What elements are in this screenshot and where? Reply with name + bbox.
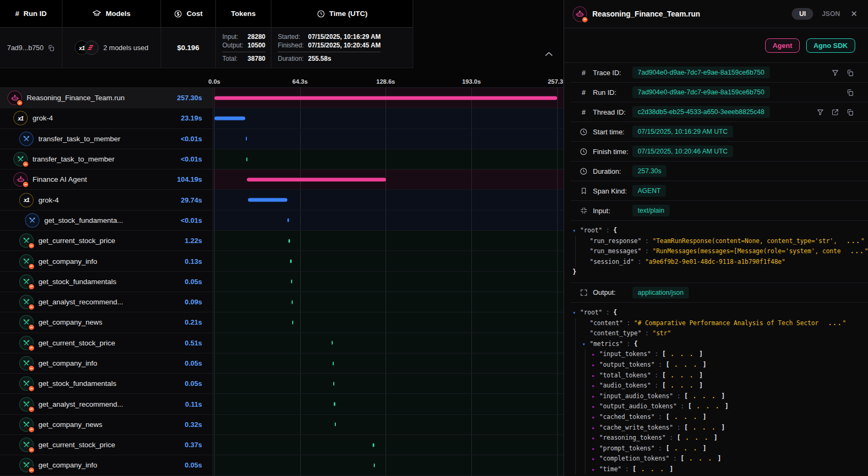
tool-icon	[13, 152, 28, 166]
copy-icon[interactable]	[846, 108, 854, 116]
col-models[interactable]: Models	[62, 0, 161, 27]
json-node-collapsed[interactable]: ▸"reasoning_tokens" : [ . . . ]	[592, 433, 868, 443]
span-name: transfer_task_to_member	[38, 135, 120, 143]
field-value-chip[interactable]: AGENT	[632, 185, 666, 197]
span-row[interactable]: get_current_stock_price 0.37s	[0, 435, 564, 455]
span-track	[213, 333, 564, 353]
json-node-collapsed[interactable]: ▸"output_audio_tokens" : [ . . . ]	[592, 401, 868, 412]
collapse-chevron-icon[interactable]	[545, 51, 553, 57]
span-row[interactable]: get_stock_fundamenta... <0.01s	[0, 211, 564, 231]
span-row[interactable]: get_company_info 0.05s	[0, 353, 564, 374]
span-track	[213, 455, 564, 475]
agno-sdk-tag[interactable]: Agno SDK	[806, 38, 855, 53]
external-icon[interactable]	[831, 108, 839, 116]
col-tokens[interactable]: Tokens	[216, 0, 271, 27]
json-root[interactable]: ▾"root" : {	[573, 308, 868, 318]
clock-icon	[579, 148, 588, 156]
span-bar	[246, 137, 247, 141]
filter-icon[interactable]	[816, 108, 824, 116]
tool-icon	[19, 254, 34, 269]
json-leaf: "run_response" : "TeamRunResponse(conten…	[582, 236, 868, 247]
json-node-collapsed[interactable]: ▸"cache_write_tokens" : [ . . . ]	[592, 423, 868, 433]
span-name: get_current_stock_price	[38, 441, 115, 449]
span-row[interactable]: x1 grok-4 23.19s	[0, 108, 564, 128]
span-row[interactable]: Reasoning_Finance_Team.run 257.30s	[0, 88, 564, 108]
close-icon[interactable]: ✕	[850, 9, 857, 19]
span-bar	[292, 300, 293, 304]
col-cost[interactable]: Cost	[161, 0, 216, 27]
field-value-chip[interactable]: 257.30s	[632, 165, 666, 177]
json-node-collapsed[interactable]: ▸"cached_tokens" : [ . . . ]	[592, 412, 868, 423]
input-json-tree: ▾"root" : { "run_response" : "TeamRunRes…	[564, 221, 868, 283]
span-bar	[247, 178, 385, 181]
json-node-collapsed[interactable]: ▸"input_audio_tokens" : [ . . . ]	[592, 391, 868, 402]
tool-icon	[19, 417, 34, 432]
span-track	[213, 129, 564, 149]
span-bar	[332, 341, 333, 345]
panel-title: Reasoning_Finance_Team.run	[592, 10, 700, 18]
field-value-chip[interactable]: application/json	[632, 287, 689, 298]
span-name: get_stock_fundamentals	[38, 278, 116, 286]
hash-icon: #	[579, 88, 588, 96]
col-run-id[interactable]: #Run ID	[0, 0, 62, 27]
json-node-collapsed[interactable]: ▸"completion_tokens" : [ . . . ]	[592, 454, 868, 464]
col-time[interactable]: Time (UTC)	[271, 0, 413, 27]
json-root[interactable]: ▾"root" : {	[573, 225, 868, 236]
json-node-collapsed[interactable]: ▸"total_tokens" : [ . . . ]	[592, 370, 868, 381]
span-bar	[333, 361, 334, 365]
span-row[interactable]: transfer_task_to_member <0.01s	[0, 149, 564, 170]
span-row[interactable]: get_company_info 0.05s	[0, 455, 564, 475]
span-bar	[248, 198, 287, 202]
span-row[interactable]: transfer_task_to_member <0.01s	[0, 129, 564, 149]
copy-icon[interactable]	[846, 88, 854, 96]
hash-icon: #	[579, 69, 588, 77]
json-node[interactable]: ▾"metrics" : {	[582, 339, 868, 350]
models-count: 2 models used	[103, 44, 149, 52]
span-track	[213, 108, 564, 128]
team-icon	[573, 6, 587, 22]
span-row[interactable]: get_company_news 0.21s	[0, 312, 564, 333]
json-toggle-button[interactable]: JSON	[822, 10, 840, 18]
field-value-chip[interactable]: 07/15/2025, 10:16:29 AM UTC	[632, 126, 733, 138]
span-name: get_analyst_recommend...	[38, 298, 123, 306]
json-node-collapsed[interactable]: ▸"input_tokens" : [ . . . ]	[592, 349, 868, 360]
field-row-trace-id: # Trace ID: 7ad904e0-d9ae-7dc7-e9ae-8a15…	[564, 63, 868, 82]
span-row[interactable]: get_analyst_recommend... 0.11s	[0, 394, 564, 414]
span-row[interactable]: get_stock_fundamentals 0.05s	[0, 374, 564, 394]
copy-icon[interactable]	[846, 69, 854, 77]
span-row[interactable]: get_analyst_recommend... 0.09s	[0, 292, 564, 312]
ui-toggle-button[interactable]: UI	[792, 8, 814, 20]
time-breakdown: Started:07/15/2025, 10:16:29 AM Finished…	[278, 33, 381, 62]
span-duration: 0.09s	[184, 298, 213, 306]
json-node-collapsed[interactable]: ▸"audio_tokens" : [ . . . ]	[592, 381, 868, 391]
json-node-collapsed[interactable]: ▸"prompt_tokens" : [ . . . ]	[592, 443, 868, 454]
json-node-collapsed[interactable]: ▸"output_tokens" : [ . . . ]	[592, 360, 868, 370]
copy-icon[interactable]	[47, 44, 55, 52]
json-node-collapsed[interactable]: ▸"time" : [ . . . ]	[592, 464, 868, 475]
run-table-header: #Run ID Models Cost Tokens Time (UTC)	[0, 0, 413, 28]
span-row[interactable]: get_company_news 0.32s	[0, 415, 564, 435]
span-row[interactable]: get_stock_fundamentals 0.05s	[0, 272, 564, 292]
span-row[interactable]: get_company_info 0.13s	[0, 251, 564, 271]
tool-icon	[19, 275, 34, 289]
span-name: get_company_info	[38, 461, 97, 469]
span-track	[213, 170, 564, 189]
panel-header: Reasoning_Finance_Team.run UI JSON ✕	[564, 0, 868, 28]
hash-icon: #	[579, 108, 588, 116]
field-value-chip[interactable]: 07/15/2025, 10:20:46 AM UTC	[632, 146, 733, 157]
span-row[interactable]: get_current_stock_price 1.22s	[0, 231, 564, 251]
span-duration: 0.51s	[184, 339, 213, 347]
span-row[interactable]: get_current_stock_price 0.51s	[0, 333, 564, 353]
span-row[interactable]: x1 grok-4 29.74s	[0, 190, 564, 210]
field-value-chip[interactable]: text/plain	[632, 205, 670, 216]
field-value-chip[interactable]: 7ad904e0-d9ae-7dc7-e9ae-8a159ce6b750	[632, 86, 770, 98]
field-value-chip[interactable]: c2d38db5-eb25-4533-a650-3eeeb8825c48	[632, 106, 770, 118]
axis-tick-label: 64.3s	[292, 78, 308, 85]
field-label: Finish time:	[593, 148, 630, 156]
agent-tag[interactable]: Agent	[765, 38, 800, 53]
filter-icon[interactable]	[831, 69, 839, 77]
span-row[interactable]: Finance AI Agent 104.19s	[0, 170, 564, 190]
span-duration: 257.30s	[177, 94, 213, 102]
run-row[interactable]: 7ad9...b750 x1 2 models used $0.196 Inpu…	[0, 28, 413, 68]
field-value-chip[interactable]: 7ad904e0-d9ae-7dc7-e9ae-8a159ce6b750	[632, 67, 770, 78]
